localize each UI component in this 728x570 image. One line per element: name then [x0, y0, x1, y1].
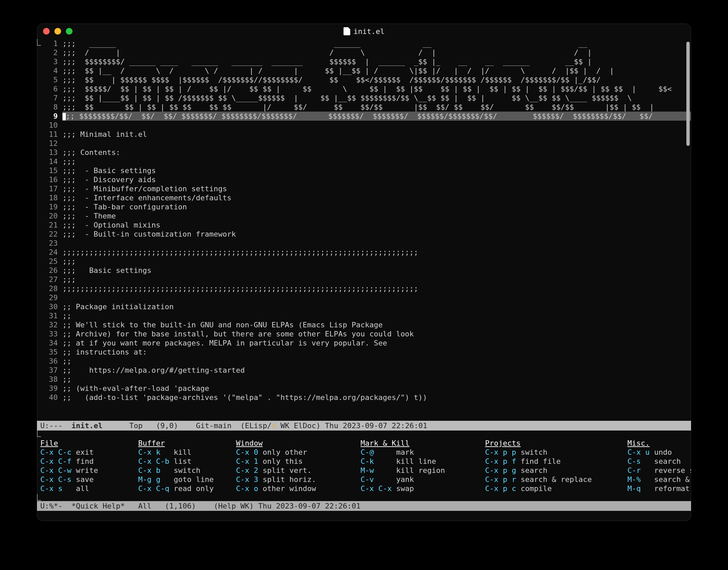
line-number-gutter: 1 2 3 4 5 6 7 8 9 10 11 12 13 14 15 16 1… — [37, 39, 60, 402]
modeline-main[interactable]: U:--- init.el Top (9,0) Git-main (ELisp/… — [37, 421, 691, 431]
fringe-mark-help-top — [37, 430, 41, 437]
fringe-mark-help-bot — [37, 494, 41, 501]
titlebar: init.el — [37, 24, 691, 39]
quick-help-pane[interactable]: File Buffer Window Mark & Kill Projects … — [37, 437, 691, 494]
modeline-buffer-name: init.el — [72, 421, 103, 430]
code-area[interactable]: ;;; ______ ______ __ __ ;;; / | / \ / — [60, 39, 691, 402]
modeline-help[interactable]: U:%*- *Quick Help* All (1,106) (Help WK)… — [37, 501, 691, 511]
main-buffer-pane[interactable]: 1 2 3 4 5 6 7 8 9 10 11 12 13 14 15 16 1… — [37, 39, 691, 421]
window-title: init.el — [354, 27, 385, 36]
file-icon — [344, 27, 350, 35]
echo-area[interactable] — [37, 511, 691, 521]
scrollbar-thumb[interactable] — [686, 42, 690, 146]
emacs-window: init.el 1 2 3 4 5 6 7 8 9 10 11 12 13 14… — [37, 24, 691, 521]
